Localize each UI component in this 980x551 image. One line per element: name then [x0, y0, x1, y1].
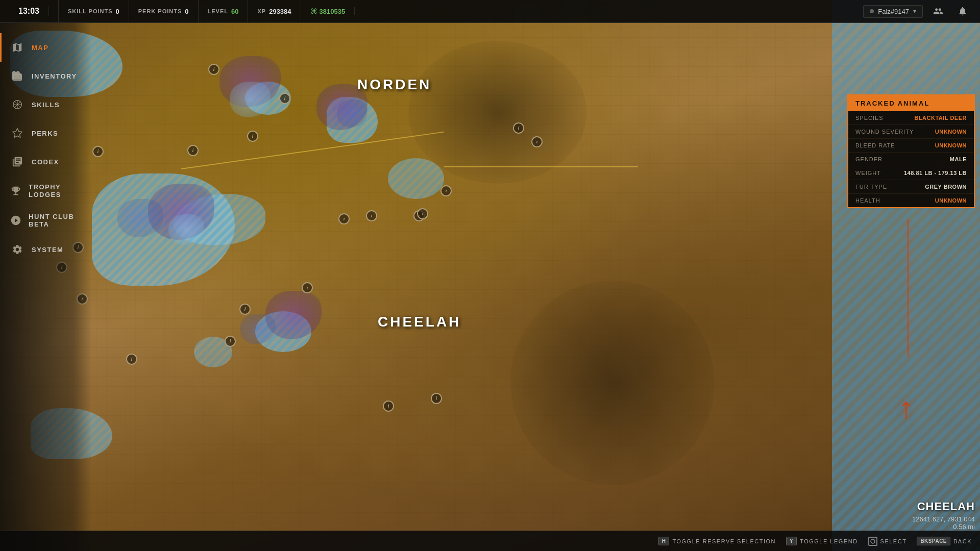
- tracked-panel-header: TRACKED ANIMAL: [848, 95, 974, 111]
- perk-points-stat: PERK POINTS 0: [129, 0, 199, 22]
- sidebar-perks-label: PERKS: [32, 130, 58, 137]
- status-indicator: [870, 9, 874, 13]
- map-icon: [10, 40, 24, 55]
- bleed-rate-key: BLEED RATE: [855, 142, 895, 148]
- toggle-legend-key: Y: [786, 537, 797, 545]
- toggle-reserve-action[interactable]: H TOGGLE RESERVE SELECTION: [658, 537, 776, 545]
- direction-line: [908, 219, 909, 357]
- codex-icon: [10, 155, 24, 169]
- back-label: BACK: [953, 538, 972, 544]
- dropdown-arrow: ▾: [913, 8, 916, 15]
- tracked-panel-title: TRACKED ANIMAL: [855, 99, 929, 107]
- health-row: HEALTH UNKNOWN: [848, 194, 974, 207]
- sidebar-trophy-label: TROPHY LODGES: [29, 183, 82, 198]
- currency-stat: ⌘ 3810535: [301, 7, 355, 15]
- sidebar-item-codex[interactable]: CODEX: [0, 147, 92, 176]
- top-bar-right: Falz#9147 ▾: [863, 2, 980, 20]
- map-marker-3[interactable]: [187, 145, 199, 156]
- map-marker-20[interactable]: [431, 393, 442, 404]
- water-body-6: [388, 158, 444, 199]
- map-marker-19[interactable]: [126, 354, 137, 365]
- terrain-dark-2: [510, 281, 715, 485]
- map-marker-11[interactable]: [531, 136, 543, 147]
- fur-type-key: FUR TYPE: [855, 184, 887, 190]
- map-marker-13[interactable]: [417, 208, 428, 219]
- xp-stat: XP 293384: [248, 0, 301, 22]
- sidebar-hunt-club-label: HUNT CLUB BETA: [29, 213, 82, 228]
- toggle-reserve-label: TOGGLE RESERVE SELECTION: [672, 538, 775, 544]
- skill-points-label: SKILL POINTS: [68, 8, 113, 14]
- sidebar-item-hunt-club-beta[interactable]: HUNT CLUB BETA: [0, 206, 92, 235]
- trophy-icon: [10, 184, 21, 198]
- hunt-club-icon: [10, 213, 21, 228]
- wound-severity-row: WOUND SEVERITY UNKNOWN: [848, 125, 974, 139]
- gender-value: MALE: [950, 156, 967, 162]
- map-marker-4[interactable]: [247, 131, 258, 142]
- health-key: HEALTH: [855, 197, 880, 204]
- terrain-dark-1: [408, 41, 587, 184]
- ocean-area: [832, 0, 980, 551]
- sidebar-item-perks[interactable]: PERKS: [0, 119, 92, 147]
- gender-row: GENDER MALE: [848, 153, 974, 166]
- fur-type-value: GREY BROWN: [925, 184, 967, 190]
- map-marker-6[interactable]: [92, 146, 104, 157]
- level-stat: LEVEL 60: [199, 0, 249, 22]
- bottom-action-bar: H TOGGLE RESERVE SELECTION Y TOGGLE LEGE…: [0, 531, 980, 551]
- skill-points-stat: SKILL POINTS 0: [59, 0, 129, 22]
- map-marker-2[interactable]: [279, 93, 290, 104]
- location-distance: 0.56 mi: [912, 523, 975, 531]
- skill-points-value: 0: [116, 8, 119, 15]
- friends-button[interactable]: [929, 2, 947, 20]
- time-stat: 13:03: [0, 0, 59, 22]
- sidebar-item-map[interactable]: MAP: [0, 33, 92, 62]
- map-marker-15[interactable]: [239, 304, 251, 315]
- svg-marker-2: [13, 129, 22, 137]
- sidebar-item-system[interactable]: SYSTEM: [0, 235, 92, 264]
- back-key: BKSPACE: [917, 537, 950, 545]
- map-marker-12[interactable]: [440, 185, 452, 196]
- perk-points-label: PERK POINTS: [138, 8, 182, 14]
- map-marker-21[interactable]: [383, 400, 394, 412]
- species-value: BLACKTAIL DEER: [914, 115, 967, 121]
- wound-severity-key: WOUND SEVERITY: [855, 129, 914, 135]
- sidebar-item-skills[interactable]: SKILLS: [0, 90, 92, 119]
- username-label: Falz#9147: [878, 8, 909, 15]
- bleed-rate-value: UNKNOWN: [935, 142, 967, 148]
- tracked-animal-panel: TRACKED ANIMAL SPECIES BLACKTAIL DEER WO…: [847, 94, 975, 208]
- gender-key: GENDER: [855, 156, 883, 162]
- sidebar-item-inventory[interactable]: INVENTORY: [0, 62, 92, 90]
- select-icon: [868, 537, 877, 546]
- map-marker-7[interactable]: [338, 213, 350, 224]
- map-marker-1[interactable]: [208, 64, 219, 75]
- system-icon: [10, 242, 24, 257]
- toggle-legend-label: TOGGLE LEGEND: [800, 538, 857, 544]
- perks-icon: [10, 126, 24, 140]
- sidebar-system-label: SYSTEM: [32, 246, 63, 254]
- sidebar-map-label: MAP: [32, 44, 48, 52]
- sidebar-skills-label: SKILLS: [32, 101, 60, 109]
- sidebar-inventory-label: INVENTORY: [32, 72, 77, 80]
- location-info-panel: CHEELAH 12641.627, 7931.044 0.56 mi: [912, 500, 975, 531]
- level-label: LEVEL: [208, 8, 228, 14]
- map-marker-8[interactable]: [366, 210, 377, 221]
- back-action[interactable]: BKSPACE BACK: [917, 537, 972, 545]
- species-key: SPECIES: [855, 115, 884, 121]
- select-action[interactable]: SELECT: [868, 537, 907, 546]
- skills-icon: [10, 97, 24, 112]
- top-navigation-bar: 13:03 SKILL POINTS 0 PERK POINTS 0 LEVEL…: [0, 0, 980, 23]
- map-marker-14[interactable]: [302, 282, 313, 293]
- notifications-button[interactable]: [953, 2, 972, 20]
- map-marker-16[interactable]: [225, 336, 236, 347]
- sidebar-item-trophy-lodges[interactable]: TROPHY LODGES: [0, 176, 92, 206]
- toggle-legend-action[interactable]: Y TOGGLE LEGEND: [786, 537, 858, 545]
- location-coordinates: 12641.627, 7931.044: [912, 515, 975, 523]
- inventory-icon: [10, 69, 24, 83]
- map-marker-10[interactable]: [513, 122, 524, 134]
- user-display[interactable]: Falz#9147 ▾: [863, 5, 923, 18]
- health-value: UNKNOWN: [935, 197, 967, 204]
- boundary-line-2: [444, 166, 638, 167]
- toggle-reserve-key: H: [658, 537, 670, 545]
- direction-arrow: ↑: [898, 393, 914, 423]
- wound-severity-value: UNKNOWN: [935, 129, 967, 135]
- currency-icon: ⌘: [310, 7, 317, 15]
